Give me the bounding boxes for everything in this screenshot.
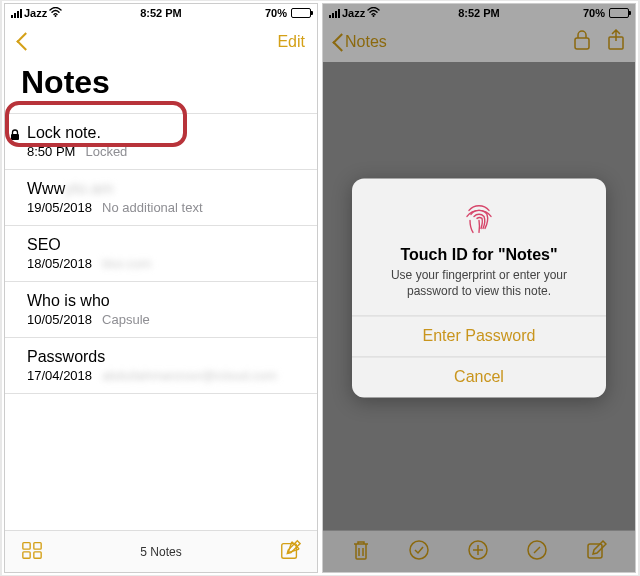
svg-rect-4 <box>23 551 30 557</box>
folder-grid-icon[interactable] <box>21 539 43 565</box>
note-subtitle: No additional text <box>102 200 202 215</box>
carrier-label: Jazz <box>24 7 47 19</box>
edit-button[interactable]: Edit <box>277 33 305 51</box>
lock-icon <box>10 127 20 139</box>
wifi-icon <box>49 7 62 19</box>
note-subtitle: abdullahmanzoor@icloud.com <box>102 368 277 383</box>
note-title: Lock note. <box>27 124 301 142</box>
note-subtitle: Locked <box>85 144 127 159</box>
svg-rect-1 <box>11 134 19 140</box>
note-subtitle: Capsule <box>102 312 150 327</box>
note-row[interactable]: SEO 18/05/2018blur.com <box>5 226 317 282</box>
note-title: Wwwyto.am <box>27 180 301 198</box>
note-date: 17/04/2018 <box>27 368 92 383</box>
note-title: Who is who <box>27 292 301 310</box>
note-subtitle: blur.com <box>102 256 151 271</box>
alert-message: Use your fingerprint or enter your passw… <box>368 268 590 299</box>
bottom-toolbar: 5 Notes <box>5 530 317 572</box>
clock: 8:52 PM <box>111 7 211 19</box>
note-row[interactable]: Passwords 17/04/2018abdullahmanzoor@iclo… <box>5 338 317 394</box>
touch-id-alert: Touch ID for "Notes" Use your fingerprin… <box>352 178 606 397</box>
note-date: 10/05/2018 <box>27 312 92 327</box>
alert-title: Touch ID for "Notes" <box>368 246 590 264</box>
note-date: 8:50 PM <box>27 144 75 159</box>
compose-icon[interactable] <box>279 539 301 565</box>
notes-count: 5 Notes <box>140 545 181 559</box>
enter-password-button[interactable]: Enter Password <box>352 316 606 357</box>
svg-point-0 <box>55 15 57 17</box>
svg-rect-5 <box>34 551 41 557</box>
fingerprint-icon <box>459 196 499 236</box>
svg-rect-2 <box>23 542 30 548</box>
page-title: Notes <box>5 62 317 113</box>
battery-pct: 70% <box>265 7 287 19</box>
note-date: 19/05/2018 <box>27 200 92 215</box>
note-date: 18/05/2018 <box>27 256 92 271</box>
note-row[interactable]: Who is who 10/05/2018Capsule <box>5 282 317 338</box>
notes-list: Lock note. 8:50 PMLocked Wwwyto.am 19/05… <box>5 113 317 530</box>
battery-icon <box>291 8 311 18</box>
note-row[interactable]: Lock note. 8:50 PMLocked <box>5 113 317 170</box>
nav-bar: Edit <box>5 22 317 62</box>
status-bar: Jazz 8:52 PM 70% <box>5 4 317 22</box>
note-title: SEO <box>27 236 301 254</box>
cancel-button[interactable]: Cancel <box>352 357 606 398</box>
signal-icon <box>11 9 22 18</box>
svg-rect-3 <box>34 542 41 548</box>
phone-touch-id-prompt: Jazz 8:52 PM 70% Notes <box>322 3 636 573</box>
note-row[interactable]: Wwwyto.am 19/05/2018No additional text <box>5 170 317 226</box>
note-title: Passwords <box>27 348 301 366</box>
phone-notes-list: Jazz 8:52 PM 70% Edit Notes Lock note. <box>4 3 318 573</box>
back-button[interactable] <box>17 32 29 52</box>
